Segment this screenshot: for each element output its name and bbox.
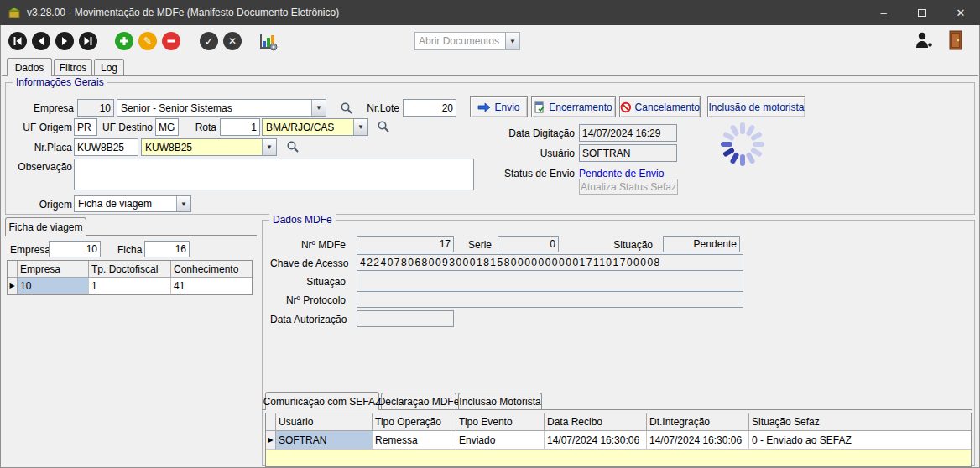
envio-button-label: Envio xyxy=(494,101,519,113)
cancelamento-button[interactable]: Cancelamento xyxy=(619,96,701,117)
protocolo-label: Nrº Protocolo xyxy=(270,294,346,306)
sefaz-grid-header-dt-integracao: Dt.Integração xyxy=(647,413,749,431)
uf-origem-field[interactable] xyxy=(74,118,97,136)
atualiza-status-sefaz-button[interactable]: Atualiza Status Sefaz xyxy=(579,179,678,195)
ficha-grid-gutter-header xyxy=(8,261,18,278)
encerramento-button-label: Encerramento xyxy=(549,101,612,113)
app-icon xyxy=(8,6,21,19)
ficha-empresa-label: Empresa xyxy=(10,244,50,256)
informacoes-gerais-title: Informações Gerais xyxy=(13,76,107,88)
nrlote-field[interactable] xyxy=(403,99,456,117)
report-chart-button[interactable] xyxy=(257,30,279,52)
cancelamento-button-label: Cancelamento xyxy=(635,101,700,113)
protocolo-field xyxy=(357,291,743,308)
next-record-icon xyxy=(60,37,69,45)
nrplaca-field[interactable] xyxy=(74,138,138,156)
nrplaca-combobox[interactable]: KUW8B25 ▼ xyxy=(141,138,277,156)
data-digitacao-label: Data Digitação xyxy=(499,127,575,139)
search-icon xyxy=(286,140,300,153)
sefaz-grid-cell-data-recibo[interactable]: 14/07/2024 16:30:06 xyxy=(545,431,647,450)
envio-button[interactable]: Envio xyxy=(470,96,528,117)
sefaz-grid-row[interactable]: ▶ SOFTRAN Remessa Enviado 14/07/2024 16:… xyxy=(266,431,971,450)
chave-acesso-field xyxy=(357,254,743,271)
rota-combobox[interactable]: BMA/RJO/CAS ▼ xyxy=(262,118,368,136)
user-button[interactable] xyxy=(913,30,935,50)
rota-num-field[interactable] xyxy=(220,118,260,136)
add-record-button[interactable] xyxy=(115,32,133,50)
situacao2-field xyxy=(357,273,743,289)
ficha-grid-cell-tpdoctofiscal[interactable]: 1 xyxy=(89,278,171,294)
chevron-down-icon[interactable]: ▼ xyxy=(262,139,276,155)
ficha-grid-cell-conhecimento[interactable]: 41 xyxy=(171,278,252,294)
sefaz-grid-header-situacao-sefaz: Situação Sefaz xyxy=(749,413,971,431)
close-button[interactable]: ✕ xyxy=(941,0,980,25)
empresa-search-button[interactable] xyxy=(337,99,356,117)
inclusao-motorista-button[interactable]: Inclusão de motorista xyxy=(707,96,805,117)
tab-log[interactable]: Log xyxy=(94,59,124,75)
sefaz-grid-cell-tipo-operacao[interactable]: Remessa xyxy=(373,431,456,450)
usuario-field xyxy=(579,144,677,162)
origem-combobox[interactable]: Ficha de viagem ▼ xyxy=(74,195,191,212)
close-icon: ✕ xyxy=(957,7,966,19)
data-digitacao-field xyxy=(579,124,677,142)
chevron-down-icon[interactable]: ▼ xyxy=(353,119,368,135)
exit-button[interactable] xyxy=(946,29,965,52)
tab-filtros[interactable]: Filtros xyxy=(54,59,92,75)
nav-next-button[interactable] xyxy=(55,32,74,50)
tab-ficha-de-viagem-label: Ficha de viagem xyxy=(8,221,82,233)
ficha-grid-cell-empresa[interactable]: 10 xyxy=(18,278,89,294)
confirm-button[interactable]: ✓ xyxy=(200,32,218,50)
bar-chart-icon xyxy=(258,31,278,51)
edit-record-button[interactable]: ✎ xyxy=(138,32,157,50)
sefaz-grid-cell-usuario[interactable]: SOFTRAN xyxy=(276,431,373,450)
rota-search-button[interactable] xyxy=(374,117,393,136)
nrplaca-search-button[interactable] xyxy=(284,138,302,156)
situacao2-label: Situação xyxy=(270,276,346,288)
nrlote-label: Nr.Lote xyxy=(357,102,399,114)
sefaz-grid-cell-dt-integracao[interactable]: 14/07/2024 16:30:06 xyxy=(647,431,749,450)
closeout-document-icon xyxy=(534,101,545,113)
prohibition-icon xyxy=(620,101,632,113)
minimize-icon: – xyxy=(880,7,886,19)
open-documents-combobox[interactable]: Abrir Documentos ▼ xyxy=(414,32,520,50)
exit-door-icon xyxy=(947,29,964,51)
sefaz-grid-cell-tipo-evento[interactable]: Enviado xyxy=(456,431,545,450)
minus-icon xyxy=(166,36,176,46)
sefaz-grid-header-tipo-evento: Tipo Evento xyxy=(456,413,545,431)
app-window: v3.28.00 - Movimentação de MDFe (Manifes… xyxy=(0,0,980,468)
nr-mdfe-field xyxy=(357,236,454,252)
ficha-empresa-field[interactable] xyxy=(49,241,101,257)
plus-icon xyxy=(119,36,129,46)
tab-dados-label: Dados xyxy=(15,62,44,74)
encerramento-button[interactable]: Encerramento xyxy=(531,96,616,117)
nrplaca-label: Nr.Placa xyxy=(8,142,72,153)
tab-comunicacao-sefaz[interactable]: Comunicação com SEFAZ xyxy=(265,392,379,410)
nav-first-button[interactable] xyxy=(8,32,27,50)
minimize-button[interactable]: – xyxy=(864,0,903,25)
tab-declaracao-mdfe[interactable]: Declaração MDFe xyxy=(381,393,456,409)
origem-combobox-value: Ficha de viagem xyxy=(75,196,176,211)
sefaz-grid-cell-situacao-sefaz[interactable]: 0 - Enviado ao SEFAZ xyxy=(749,431,971,450)
pencil-icon: ✎ xyxy=(143,35,152,47)
ficha-grid-row[interactable]: ▶ 10 1 41 xyxy=(8,278,252,294)
ficha-grid-header-row: Empresa Tp. Doctofiscal Conhecimento xyxy=(8,261,252,278)
chevron-down-icon[interactable]: ▼ xyxy=(311,100,326,116)
tab-dados[interactable]: Dados xyxy=(7,58,52,76)
tab-ficha-de-viagem[interactable]: Ficha de viagem xyxy=(5,217,86,236)
nav-last-button[interactable] xyxy=(79,32,97,50)
uf-destino-field[interactable] xyxy=(155,118,179,136)
chevron-down-icon[interactable]: ▼ xyxy=(505,33,519,49)
chevron-down-icon[interactable]: ▼ xyxy=(176,196,190,211)
empresa-label: Empresa xyxy=(17,102,74,114)
atualiza-status-sefaz-label: Atualiza Status Sefaz xyxy=(581,181,676,193)
maximize-button[interactable] xyxy=(903,0,941,25)
cancel-button[interactable]: ✕ xyxy=(223,32,242,50)
delete-record-button[interactable] xyxy=(162,32,180,50)
empresa-combobox[interactable]: Senior - Senior Sistemas ▼ xyxy=(117,99,326,117)
usuario-label: Usuário xyxy=(499,148,575,159)
observacao-input[interactable] xyxy=(74,159,474,190)
sefaz-grid-gutter-header xyxy=(266,413,276,431)
nav-prev-button[interactable] xyxy=(32,32,50,50)
tab-inclusao-motorista[interactable]: Inclusão Motorista xyxy=(458,393,542,409)
ficha-num-field[interactable] xyxy=(144,241,190,257)
